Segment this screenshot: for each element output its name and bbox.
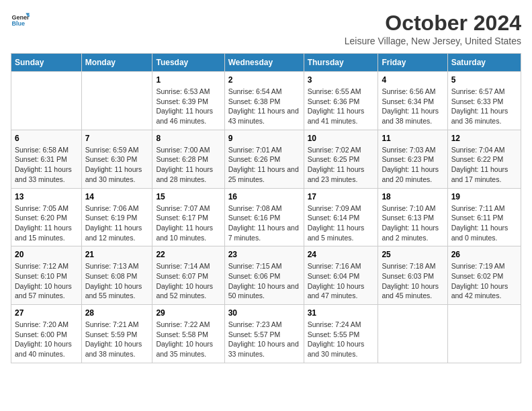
calendar-cell: 23Sunrise: 7:15 AM Sunset: 6:06 PM Dayli…	[224, 246, 304, 305]
calendar-week-5: 27Sunrise: 7:20 AM Sunset: 6:00 PM Dayli…	[11, 305, 521, 363]
calendar-cell: 18Sunrise: 7:10 AM Sunset: 6:13 PM Dayli…	[378, 188, 447, 246]
day-number: 18	[382, 192, 443, 201]
day-number: 23	[228, 250, 300, 259]
month-title: October 2024	[345, 11, 521, 36]
header-sunday: Sunday	[11, 54, 82, 72]
calendar-week-2: 6Sunrise: 6:58 AM Sunset: 6:31 PM Daylig…	[11, 130, 521, 188]
day-number: 28	[85, 308, 149, 318]
day-info: Sunrise: 7:04 AM Sunset: 6:22 PM Dayligh…	[451, 145, 517, 185]
calendar-table: SundayMondayTuesdayWednesdayThursdayFrid…	[11, 53, 521, 363]
day-info: Sunrise: 7:01 AM Sunset: 6:26 PM Dayligh…	[228, 145, 300, 185]
calendar-cell: 20Sunrise: 7:12 AM Sunset: 6:10 PM Dayli…	[11, 246, 82, 305]
day-info: Sunrise: 7:24 AM Sunset: 5:55 PM Dayligh…	[308, 320, 375, 359]
calendar-cell: 1Sunrise: 6:53 AM Sunset: 6:39 PM Daylig…	[152, 72, 224, 130]
day-info: Sunrise: 7:16 AM Sunset: 6:04 PM Dayligh…	[308, 261, 375, 301]
day-info: Sunrise: 6:55 AM Sunset: 6:36 PM Dayligh…	[308, 87, 375, 126]
calendar-cell: 26Sunrise: 7:19 AM Sunset: 6:02 PM Dayli…	[447, 246, 521, 305]
day-info: Sunrise: 7:15 AM Sunset: 6:06 PM Dayligh…	[228, 261, 300, 301]
day-number: 10	[308, 134, 375, 143]
day-number: 14	[85, 192, 149, 201]
day-info: Sunrise: 6:59 AM Sunset: 6:30 PM Dayligh…	[85, 145, 149, 185]
calendar-cell: 6Sunrise: 6:58 AM Sunset: 6:31 PM Daylig…	[11, 130, 82, 188]
calendar-cell: 7Sunrise: 6:59 AM Sunset: 6:30 PM Daylig…	[81, 130, 152, 188]
day-number: 4	[382, 75, 443, 85]
calendar-cell: 9Sunrise: 7:01 AM Sunset: 6:26 PM Daylig…	[224, 130, 304, 188]
calendar-cell: 28Sunrise: 7:21 AM Sunset: 5:59 PM Dayli…	[81, 305, 152, 363]
header-monday: Monday	[81, 54, 152, 72]
day-info: Sunrise: 7:18 AM Sunset: 6:03 PM Dayligh…	[382, 261, 443, 301]
header-wednesday: Wednesday	[224, 54, 304, 72]
day-info: Sunrise: 7:00 AM Sunset: 6:28 PM Dayligh…	[156, 145, 220, 185]
day-info: Sunrise: 6:54 AM Sunset: 6:38 PM Dayligh…	[228, 87, 300, 126]
day-info: Sunrise: 7:21 AM Sunset: 5:59 PM Dayligh…	[85, 320, 149, 359]
calendar-cell: 19Sunrise: 7:11 AM Sunset: 6:11 PM Dayli…	[447, 188, 521, 246]
calendar-cell	[81, 72, 152, 130]
day-number: 20	[15, 250, 78, 259]
day-number: 19	[451, 192, 517, 201]
day-info: Sunrise: 7:03 AM Sunset: 6:23 PM Dayligh…	[382, 145, 443, 185]
day-number: 30	[228, 308, 300, 318]
calendar-cell: 3Sunrise: 6:55 AM Sunset: 6:36 PM Daylig…	[304, 72, 378, 130]
day-info: Sunrise: 7:13 AM Sunset: 6:08 PM Dayligh…	[85, 261, 149, 301]
day-number: 12	[451, 134, 517, 143]
logo-icon: General Blue	[11, 11, 30, 30]
day-number: 16	[228, 192, 300, 201]
day-number: 1	[156, 75, 220, 85]
location-title: Leisure Village, New Jersey, United Stat…	[345, 36, 521, 46]
logo: General Blue	[11, 11, 30, 30]
calendar-cell: 31Sunrise: 7:24 AM Sunset: 5:55 PM Dayli…	[304, 305, 378, 363]
day-number: 31	[308, 308, 375, 318]
calendar-cell: 27Sunrise: 7:20 AM Sunset: 6:00 PM Dayli…	[11, 305, 82, 363]
calendar-cell: 25Sunrise: 7:18 AM Sunset: 6:03 PM Dayli…	[378, 246, 447, 305]
day-info: Sunrise: 7:07 AM Sunset: 6:17 PM Dayligh…	[156, 203, 220, 243]
day-info: Sunrise: 7:23 AM Sunset: 5:57 PM Dayligh…	[228, 320, 300, 359]
day-number: 21	[85, 250, 149, 259]
title-area: October 2024 Leisure Village, New Jersey…	[345, 11, 521, 46]
day-info: Sunrise: 6:58 AM Sunset: 6:31 PM Dayligh…	[15, 145, 78, 185]
calendar-week-4: 20Sunrise: 7:12 AM Sunset: 6:10 PM Dayli…	[11, 246, 521, 305]
calendar-cell: 15Sunrise: 7:07 AM Sunset: 6:17 PM Dayli…	[152, 188, 224, 246]
day-number: 24	[308, 250, 375, 259]
calendar-cell: 17Sunrise: 7:09 AM Sunset: 6:14 PM Dayli…	[304, 188, 378, 246]
calendar-cell: 22Sunrise: 7:14 AM Sunset: 6:07 PM Dayli…	[152, 246, 224, 305]
day-number: 27	[15, 308, 78, 318]
calendar-cell: 8Sunrise: 7:00 AM Sunset: 6:28 PM Daylig…	[152, 130, 224, 188]
day-number: 9	[228, 134, 300, 143]
day-info: Sunrise: 7:08 AM Sunset: 6:16 PM Dayligh…	[228, 203, 300, 243]
day-number: 5	[451, 75, 517, 85]
day-info: Sunrise: 7:05 AM Sunset: 6:20 PM Dayligh…	[15, 203, 78, 243]
day-number: 8	[156, 134, 220, 143]
day-info: Sunrise: 7:11 AM Sunset: 6:11 PM Dayligh…	[451, 203, 517, 243]
calendar-cell: 13Sunrise: 7:05 AM Sunset: 6:20 PM Dayli…	[11, 188, 82, 246]
calendar-cell: 21Sunrise: 7:13 AM Sunset: 6:08 PM Dayli…	[81, 246, 152, 305]
day-info: Sunrise: 6:56 AM Sunset: 6:34 PM Dayligh…	[382, 87, 443, 126]
day-info: Sunrise: 7:02 AM Sunset: 6:25 PM Dayligh…	[308, 145, 375, 185]
header-thursday: Thursday	[304, 54, 378, 72]
calendar-cell: 11Sunrise: 7:03 AM Sunset: 6:23 PM Dayli…	[378, 130, 447, 188]
header-saturday: Saturday	[447, 54, 521, 72]
calendar-cell: 12Sunrise: 7:04 AM Sunset: 6:22 PM Dayli…	[447, 130, 521, 188]
calendar-cell: 24Sunrise: 7:16 AM Sunset: 6:04 PM Dayli…	[304, 246, 378, 305]
day-number: 26	[451, 250, 517, 259]
day-number: 17	[308, 192, 375, 201]
day-info: Sunrise: 7:19 AM Sunset: 6:02 PM Dayligh…	[451, 261, 517, 301]
calendar-cell: 29Sunrise: 7:22 AM Sunset: 5:58 PM Dayli…	[152, 305, 224, 363]
day-info: Sunrise: 7:10 AM Sunset: 6:13 PM Dayligh…	[382, 203, 443, 243]
day-number: 7	[85, 134, 149, 143]
day-number: 13	[15, 192, 78, 201]
day-info: Sunrise: 7:09 AM Sunset: 6:14 PM Dayligh…	[308, 203, 375, 243]
day-number: 3	[308, 75, 375, 85]
calendar-cell	[447, 305, 521, 363]
calendar-week-3: 13Sunrise: 7:05 AM Sunset: 6:20 PM Dayli…	[11, 188, 521, 246]
day-number: 29	[156, 308, 220, 318]
calendar-cell: 10Sunrise: 7:02 AM Sunset: 6:25 PM Dayli…	[304, 130, 378, 188]
page-header: General Blue October 2024 Leisure Villag…	[11, 11, 521, 46]
calendar-cell: 14Sunrise: 7:06 AM Sunset: 6:19 PM Dayli…	[81, 188, 152, 246]
calendar-cell: 2Sunrise: 6:54 AM Sunset: 6:38 PM Daylig…	[224, 72, 304, 130]
header-friday: Friday	[378, 54, 447, 72]
day-info: Sunrise: 7:22 AM Sunset: 5:58 PM Dayligh…	[156, 320, 220, 359]
svg-text:Blue: Blue	[11, 20, 25, 27]
day-info: Sunrise: 7:14 AM Sunset: 6:07 PM Dayligh…	[156, 261, 220, 301]
day-info: Sunrise: 7:12 AM Sunset: 6:10 PM Dayligh…	[15, 261, 78, 301]
header-tuesday: Tuesday	[152, 54, 224, 72]
